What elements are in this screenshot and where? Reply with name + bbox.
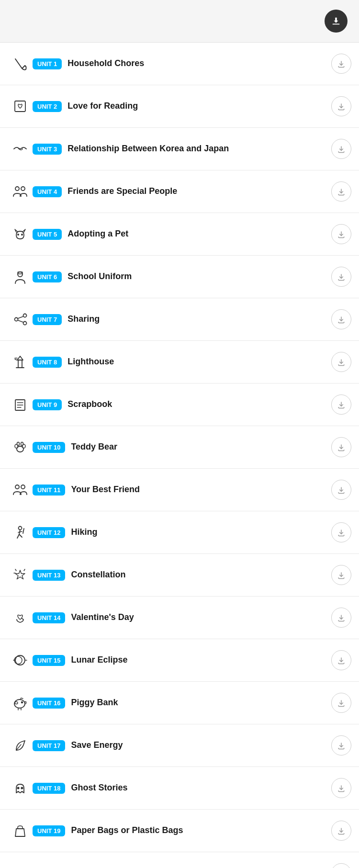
unit-badge-10: UNIT 10 (33, 442, 65, 453)
unit-icon-13 (8, 563, 33, 587)
unit-badge-8: UNIT 8 (33, 357, 62, 368)
unit-row-2[interactable]: UNIT 2 Love for Reading (0, 85, 359, 128)
unit-badge-6: UNIT 6 (33, 271, 62, 282)
unit-badge-19: UNIT 19 (33, 825, 65, 836)
unit-download-button-11[interactable] (331, 480, 351, 500)
unit-row-16[interactable]: UNIT 16 Piggy Bank (0, 682, 359, 724)
unit-download-button-18[interactable] (331, 778, 351, 798)
unit-icon-9 (8, 392, 33, 417)
unit-download-button-9[interactable] (331, 395, 351, 415)
unit-row-18[interactable]: UNIT 18 Ghost Stories (0, 767, 359, 810)
svg-line-24 (15, 359, 17, 360)
svg-line-18 (18, 316, 23, 318)
unit-icon-3 (8, 136, 33, 161)
unit-icon-2 (8, 94, 33, 119)
unit-row-11[interactable]: UNIT 11 Your Best Friend (0, 469, 359, 511)
svg-line-44 (15, 569, 16, 571)
unit-title-12: Hiking (71, 527, 326, 538)
unit-download-button-8[interactable] (331, 352, 351, 372)
unit-title-11: Your Best Friend (71, 484, 326, 495)
svg-point-16 (15, 318, 18, 321)
unit-row-15[interactable]: UNIT 15 Lunar Eclipse (0, 639, 359, 682)
unit-icon-8 (8, 349, 33, 374)
unit-icon-7 (8, 307, 33, 332)
unit-badge-15: UNIT 15 (33, 655, 65, 666)
unit-badge-14: UNIT 14 (33, 612, 65, 623)
unit-icon-15 (8, 648, 33, 673)
svg-point-55 (15, 702, 18, 704)
unit-download-button-5[interactable] (331, 224, 351, 244)
unit-icon-4 (8, 179, 33, 204)
unit-badge-9: UNIT 9 (33, 399, 62, 410)
unit-row-8[interactable]: UNIT 8 Lighthouse (0, 341, 359, 383)
unit-row-10[interactable]: UNIT 10 Teddy Bear (0, 426, 359, 469)
unit-icon-18 (8, 776, 33, 800)
unit-icon-5 (8, 222, 33, 247)
header (0, 0, 359, 43)
unit-download-button-10[interactable] (331, 437, 351, 457)
unit-download-button-4[interactable] (331, 181, 351, 202)
unit-row-7[interactable]: UNIT 7 Sharing (0, 298, 359, 341)
unit-row-20[interactable]: UNIT 20 Hollywood (0, 852, 359, 868)
unit-badge-2: UNIT 2 (33, 101, 62, 112)
unit-row-12[interactable]: UNIT 12 Hiking (0, 511, 359, 554)
svg-point-7 (21, 187, 25, 191)
unit-row-9[interactable]: UNIT 9 Scrapbook (0, 383, 359, 426)
unit-title-7: Sharing (67, 314, 326, 325)
unit-row-6[interactable]: UNIT 6 School Uniform (0, 256, 359, 298)
unit-title-13: Constellation (71, 569, 326, 580)
unit-download-button-16[interactable] (331, 693, 351, 713)
unit-title-18: Ghost Stories (71, 782, 326, 793)
svg-rect-3 (15, 101, 25, 112)
svg-point-12 (18, 272, 22, 277)
svg-line-60 (21, 698, 23, 699)
svg-point-36 (21, 442, 23, 446)
unit-download-button-2[interactable] (331, 96, 351, 116)
unit-row-17[interactable]: UNIT 17 Save Energy (0, 724, 359, 767)
unit-icon-12 (8, 520, 33, 545)
unit-badge-1: UNIT 1 (33, 58, 62, 69)
unit-download-button-14[interactable] (331, 608, 351, 628)
unit-row-14[interactable]: UNIT 14 Valentine's Day (0, 597, 359, 639)
unit-download-button-1[interactable] (331, 54, 351, 74)
svg-point-64 (17, 787, 19, 789)
svg-marker-22 (17, 356, 23, 360)
svg-point-56 (22, 702, 23, 703)
unit-download-button-20[interactable] (331, 863, 351, 868)
svg-point-17 (23, 322, 27, 325)
unit-icon-14 (8, 605, 33, 630)
svg-point-65 (21, 787, 23, 789)
unit-title-16: Piggy Bank (71, 697, 326, 708)
unit-title-6: School Uniform (67, 271, 326, 282)
unit-title-14: Valentine's Day (71, 612, 326, 623)
header-download-button[interactable] (325, 10, 348, 33)
unit-title-3: Relationship Between Korea and Japan (67, 143, 326, 154)
unit-row-19[interactable]: UNIT 19 Paper Bags or Plastic Bags (0, 810, 359, 852)
unit-badge-17: UNIT 17 (33, 740, 65, 751)
unit-download-button-15[interactable] (331, 650, 351, 670)
unit-download-button-13[interactable] (331, 565, 351, 585)
svg-point-38 (15, 485, 19, 489)
unit-badge-3: UNIT 3 (33, 144, 62, 155)
unit-icon-16 (8, 690, 33, 715)
unit-row-5[interactable]: UNIT 5 Adopting a Pet (0, 213, 359, 256)
unit-download-button-19[interactable] (331, 821, 351, 841)
unit-row-1[interactable]: UNIT 1 Household Chores (0, 43, 359, 85)
unit-download-button-12[interactable] (331, 522, 351, 542)
unit-title-9: Scrapbook (67, 399, 326, 410)
svg-point-10 (22, 234, 22, 235)
unit-download-button-7[interactable] (331, 309, 351, 329)
unit-title-19: Paper Bags or Plastic Bags (71, 825, 326, 836)
unit-row-4[interactable]: UNIT 4 Friends are Special People (0, 170, 359, 213)
unit-title-8: Lighthouse (67, 356, 326, 367)
unit-row-3[interactable]: UNIT 3 Relationship Between Korea and Ja… (0, 128, 359, 170)
svg-point-35 (17, 442, 20, 446)
unit-download-button-6[interactable] (331, 267, 351, 287)
unit-icon-17 (8, 733, 33, 758)
unit-row-13[interactable]: UNIT 13 Constellation (0, 554, 359, 597)
unit-download-button-17[interactable] (331, 735, 351, 755)
unit-badge-11: UNIT 11 (33, 485, 65, 496)
unit-icon-10 (8, 435, 33, 460)
unit-download-button-3[interactable] (331, 139, 351, 159)
unit-badge-18: UNIT 18 (33, 783, 65, 794)
